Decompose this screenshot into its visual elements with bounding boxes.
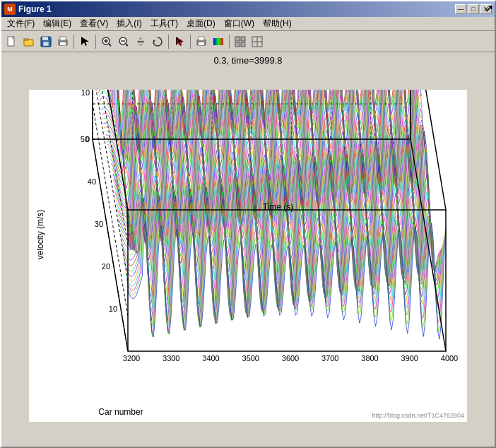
- separator-2: [95, 35, 96, 49]
- svg-rect-25: [199, 37, 204, 40]
- menu-file[interactable]: 文件(F): [3, 16, 39, 31]
- svg-rect-31: [241, 42, 245, 47]
- app-icon: M: [4, 4, 16, 15]
- menu-bar: 文件(F) 编辑(E) 查看(V) 插入(I) 工具(T) 桌面(D) 窗口(W…: [1, 17, 495, 31]
- pan-button[interactable]: [133, 34, 148, 49]
- colormap-button[interactable]: [211, 34, 226, 49]
- plot-frame: http://blog.csdn.net/T1C4762804: [29, 90, 467, 422]
- title-bar: M Figure 1 — □ ✕: [1, 1, 495, 17]
- main-window: M Figure 1 — □ ✕ 文件(F) 编辑(E) 查看(V) 插入(I)…: [0, 0, 496, 448]
- print-button[interactable]: [55, 34, 71, 49]
- svg-line-19: [126, 44, 128, 46]
- print2-button[interactable]: [194, 34, 209, 49]
- svg-rect-8: [43, 42, 49, 46]
- svg-rect-10: [60, 37, 66, 40]
- svg-rect-11: [60, 42, 66, 45]
- separator-5: [229, 35, 230, 49]
- plot-canvas[interactable]: [29, 90, 467, 422]
- resize-arrow: ↗: [485, 3, 493, 14]
- grid-button[interactable]: [232, 34, 248, 49]
- menu-window[interactable]: 窗口(W): [220, 16, 259, 31]
- rotate-button[interactable]: [150, 34, 165, 49]
- save-button[interactable]: [38, 34, 54, 49]
- plot-container: http://blog.csdn.net/T1C4762804: [4, 67, 492, 444]
- open-button[interactable]: [21, 34, 37, 49]
- svg-rect-29: [241, 37, 245, 41]
- menu-insert[interactable]: 插入(I): [112, 16, 146, 31]
- svg-rect-5: [24, 39, 28, 40]
- title-bar-left: M Figure 1: [4, 4, 52, 15]
- window-title: Figure 1: [18, 4, 52, 14]
- menu-edit[interactable]: 编辑(E): [39, 16, 76, 31]
- svg-marker-21: [153, 40, 155, 42]
- svg-rect-7: [42, 37, 48, 40]
- layout-button[interactable]: [249, 34, 265, 49]
- zoom-in-button[interactable]: [99, 34, 114, 49]
- plot-title: 0.3, time=3999.8: [213, 55, 282, 66]
- new-button[interactable]: [4, 34, 20, 49]
- menu-view[interactable]: 查看(V): [76, 16, 112, 31]
- maximize-button[interactable]: □: [468, 4, 479, 14]
- separator-3: [168, 35, 169, 49]
- svg-rect-28: [235, 37, 240, 41]
- zoom-out-button[interactable]: [116, 34, 131, 49]
- menu-desktop[interactable]: 桌面(D): [182, 16, 220, 31]
- select-button[interactable]: [77, 34, 93, 49]
- svg-marker-20: [137, 37, 144, 46]
- watermark-text: http://blog.csdn.net/T1C4762804: [372, 412, 464, 419]
- svg-marker-12: [81, 37, 89, 46]
- svg-rect-30: [235, 42, 240, 47]
- data-cursor-button[interactable]: [172, 34, 187, 49]
- svg-rect-27: [213, 38, 223, 45]
- svg-line-16: [109, 44, 111, 46]
- menu-help[interactable]: 帮助(H): [259, 16, 296, 31]
- plot-area: 0.3, time=3999.8 http://blog.csdn.net/T1…: [1, 52, 495, 447]
- toolbar: ↗: [1, 31, 495, 52]
- separator-4: [190, 35, 191, 49]
- separator-1: [73, 35, 74, 49]
- menu-tools[interactable]: 工具(T): [146, 16, 182, 31]
- svg-text:M: M: [7, 6, 13, 13]
- minimize-button[interactable]: —: [455, 4, 466, 14]
- svg-rect-26: [199, 42, 204, 45]
